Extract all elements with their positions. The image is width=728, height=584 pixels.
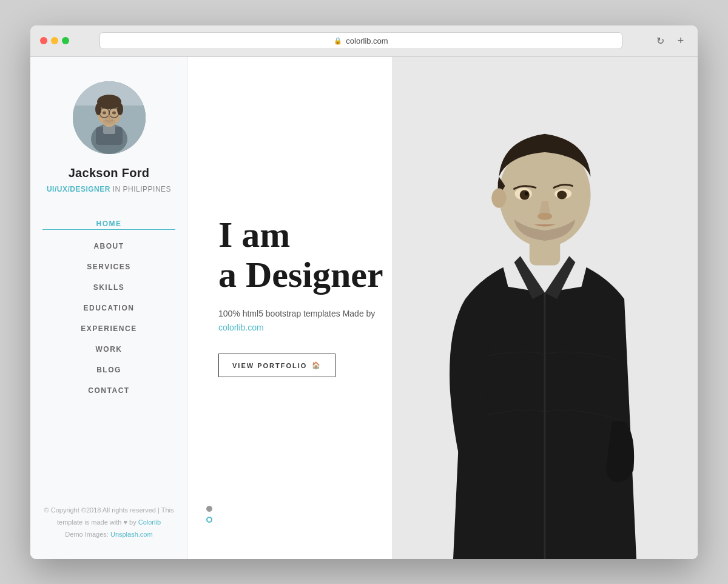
browser-content: Jackson Ford UI/UX/DESIGNER IN PHILIPPIN…: [30, 57, 698, 559]
scroll-dots: [206, 506, 212, 523]
maximize-button[interactable]: [62, 37, 69, 44]
profile-name: Jackson Ford: [69, 166, 150, 180]
hero-image: [392, 57, 698, 559]
sidebar-item-skills[interactable]: SKILLS: [42, 278, 175, 297]
sidebar-item-services[interactable]: SERVICES: [42, 258, 175, 276]
close-button[interactable]: [40, 37, 47, 44]
sidebar: Jackson Ford UI/UX/DESIGNER IN PHILIPPIN…: [30, 57, 188, 559]
sidebar-footer: © Copyright ©2018 All rights reserved | …: [42, 492, 175, 540]
hero-title: I am a Designer: [218, 215, 413, 295]
svg-point-14: [112, 111, 116, 114]
url-text: colorlib.com: [346, 36, 388, 45]
sidebar-item-experience[interactable]: EXPERIENCE: [42, 320, 175, 338]
svg-point-26: [557, 190, 567, 199]
colorlib-hero-link[interactable]: colorlib.com: [218, 323, 264, 332]
svg-point-8: [95, 103, 101, 115]
hero-subtitle: 100% html5 bootstrap templates Made by c…: [218, 307, 413, 336]
new-tab-button[interactable]: +: [673, 33, 688, 48]
avatar: [73, 81, 146, 154]
svg-point-13: [103, 111, 106, 114]
scroll-dot-2[interactable]: [206, 517, 212, 523]
scroll-dot-1[interactable]: [206, 506, 212, 512]
sidebar-item-about[interactable]: ABOUT: [42, 237, 175, 255]
svg-point-16: [103, 118, 115, 124]
browser-chrome: 🔒 colorlib.com ↻ +: [30, 25, 698, 57]
svg-point-23: [520, 190, 530, 200]
sidebar-item-education[interactable]: EDUCATION: [42, 299, 175, 317]
svg-point-21: [491, 188, 506, 207]
svg-point-27: [538, 212, 552, 220]
profile-title-highlight: UI/UX/DESIGNER: [47, 185, 110, 193]
svg-point-15: [108, 115, 110, 118]
sidebar-nav: HOME ABOUT SERVICES SKILLS EDUCATION EXP…: [42, 215, 175, 400]
svg-point-9: [117, 103, 123, 115]
sidebar-item-blog[interactable]: BLOG: [42, 361, 175, 379]
profile-title: UI/UX/DESIGNER IN PHILIPPINES: [47, 185, 171, 193]
portfolio-icon: 🏠: [312, 361, 322, 369]
colorlib-link[interactable]: Colorlib: [138, 519, 161, 526]
refresh-button[interactable]: ↻: [653, 33, 667, 48]
lock-icon: 🔒: [334, 37, 342, 45]
svg-point-24: [525, 192, 528, 195]
hero-text: I am a Designer 100% html5 bootstrap tem…: [218, 215, 413, 378]
unsplash-link[interactable]: Unsplash.com: [110, 531, 153, 538]
traffic-lights: [40, 37, 69, 44]
sidebar-item-home[interactable]: HOME: [42, 215, 175, 235]
minimize-button[interactable]: [51, 37, 58, 44]
sidebar-item-contact[interactable]: CONTACT: [42, 381, 175, 400]
address-bar[interactable]: 🔒 colorlib.com: [99, 32, 622, 49]
browser-window: 🔒 colorlib.com ↻ +: [30, 25, 698, 559]
main-content: I am a Designer 100% html5 bootstrap tem…: [188, 57, 698, 559]
sidebar-item-work[interactable]: WORK: [42, 340, 175, 358]
view-portfolio-button[interactable]: VIEW PORTFOLIO 🏠: [218, 354, 335, 377]
